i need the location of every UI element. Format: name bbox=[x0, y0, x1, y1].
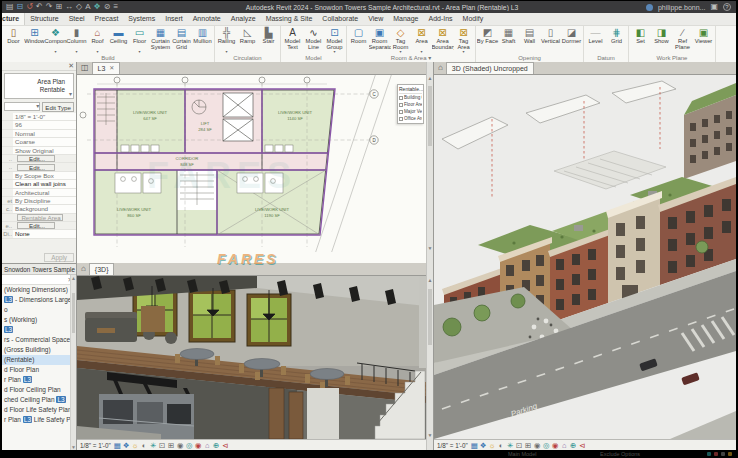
browser-scrollbar[interactable]: ▲ ▼ bbox=[70, 275, 76, 450]
unlocked-3d-view-icon[interactable]: ◉ bbox=[176, 441, 185, 450]
ramp-button[interactable]: ◺ Ramp bbox=[237, 26, 258, 54]
browser-item[interactable]: r Plan L3 Life Safety Plan bbox=[2, 415, 76, 425]
crop-view-icon[interactable]: ⊡ bbox=[158, 441, 167, 450]
cart-icon[interactable]: ▣ bbox=[710, 2, 718, 12]
measure-icon[interactable]: ↔ bbox=[65, 2, 73, 12]
browser-item[interactable]: rs - Commercial Space L3 bbox=[2, 335, 76, 345]
browser-item[interactable]: (Working Dimensions) bbox=[2, 285, 76, 295]
ribbon-tab[interactable]: Modify bbox=[458, 13, 489, 25]
detail-level-icon[interactable]: ▦ bbox=[113, 441, 122, 450]
chevron-down-icon[interactable]: ▾ bbox=[69, 90, 72, 97]
temporary-view-properties-icon[interactable]: ⌂ bbox=[560, 441, 569, 450]
ribbon-tab[interactable]: Architecture bbox=[2, 13, 25, 25]
show-analytical-model-icon[interactable]: ⊕ bbox=[569, 441, 578, 450]
view-icon[interactable]: ◫ bbox=[79, 62, 91, 74]
browser-item[interactable]: (Rentable) bbox=[2, 355, 76, 365]
user-name[interactable]: philippe.bonn... bbox=[658, 4, 705, 11]
model-line-button[interactable]: ∿ Model Line bbox=[303, 26, 324, 54]
type-selector[interactable]: Area Plan Rentable ▾ bbox=[4, 73, 74, 99]
reveal-hidden-elements-icon[interactable]: ◉ bbox=[551, 441, 560, 450]
ribbon-tab[interactable]: Massing & Site bbox=[261, 13, 318, 25]
model-text-button[interactable]: A Model Text bbox=[282, 26, 303, 54]
model-group-button[interactable]: ⊡ Model Group ▾ bbox=[324, 26, 345, 54]
by-face-button[interactable]: ◩ By Face bbox=[477, 26, 498, 54]
property-row[interactable]: Normal bbox=[2, 130, 76, 138]
property-row[interactable]: 1/8" = 1'-0" bbox=[2, 113, 76, 121]
plan-scrollbar[interactable]: ▲ ▼ bbox=[426, 62, 434, 263]
property-row[interactable]: Clean all wall joins bbox=[2, 180, 76, 188]
property-row[interactable]: Coarse bbox=[2, 138, 76, 146]
tag-icon[interactable]: ◇ bbox=[76, 2, 82, 12]
close-icon[interactable]: ✕ bbox=[109, 63, 114, 74]
property-row[interactable]: Rentable Area bbox=[2, 214, 76, 222]
property-row[interactable]: 96 bbox=[2, 121, 76, 129]
exterior-3d-canvas[interactable]: Parking bbox=[434, 75, 736, 439]
redo-icon[interactable]: ↷ bbox=[46, 2, 53, 12]
undo-icon[interactable]: ↶ bbox=[36, 2, 43, 12]
shaft-button[interactable]: ▦ Shaft bbox=[498, 26, 519, 54]
ribbon-tab[interactable]: Manage bbox=[388, 13, 423, 25]
column-button[interactable]: ▮ Column ▾ bbox=[66, 26, 87, 54]
apply-button[interactable]: Apply bbox=[44, 253, 74, 262]
area-legend[interactable]: Rentable... Building Co... Floor Are... bbox=[397, 84, 424, 124]
filter-icon[interactable] bbox=[728, 452, 732, 456]
railing-button[interactable]: ╬ Railing ▾ bbox=[216, 26, 237, 54]
show-crop-region-icon[interactable]: ⊞ bbox=[167, 441, 176, 450]
property-row[interactable]: By Scope Box bbox=[2, 172, 76, 180]
curtain-grid-button[interactable]: ▤ Curtain Grid bbox=[171, 26, 192, 54]
ribbon-tab[interactable]: Precast bbox=[90, 13, 124, 25]
browser-item[interactable]: s (Working) bbox=[2, 315, 76, 325]
temporary-view-properties-icon[interactable]: ⌂ bbox=[203, 441, 212, 450]
crop-view-icon[interactable]: ⊡ bbox=[515, 441, 524, 450]
component-button[interactable]: ❖ Component ▾ bbox=[45, 26, 66, 54]
ribbon-tab[interactable]: Insert bbox=[160, 13, 188, 25]
tab-3d[interactable]: {3D} bbox=[89, 263, 115, 275]
tab-3d-shaded-uncropped[interactable]: 3D (Shaded) Uncropped bbox=[446, 62, 534, 74]
default-3d-view-icon[interactable]: ❖ bbox=[94, 2, 101, 12]
roof-button[interactable]: ⌂ Roof ▾ bbox=[87, 26, 108, 54]
unlocked-3d-view-icon[interactable]: ◉ bbox=[533, 441, 542, 450]
show-crop-region-icon[interactable]: ⊞ bbox=[524, 441, 533, 450]
visual-style-icon[interactable]: ❖ bbox=[122, 441, 131, 450]
reveal-constraints-icon[interactable]: ⊲ bbox=[221, 441, 230, 450]
browser-item[interactable]: L3 - Dimensions Large Scale bbox=[2, 295, 76, 305]
floor-button[interactable]: ▭ Floor ▾ bbox=[129, 26, 150, 54]
ribbon-tab[interactable]: Add-Ins bbox=[423, 13, 457, 25]
browser-item[interactable]: (Gross Building) bbox=[2, 345, 76, 355]
rendering-dialog-icon[interactable]: ✳ bbox=[506, 441, 515, 450]
curtain-system-button[interactable]: ▦ Curtain System bbox=[150, 26, 171, 54]
user-avatar-icon[interactable] bbox=[646, 4, 653, 11]
sun-path-icon[interactable]: ☼ bbox=[131, 441, 140, 450]
property-row[interactable]: Di.. None bbox=[2, 230, 76, 238]
property-row[interactable]: .. Edit... bbox=[2, 155, 76, 163]
view-scale[interactable]: 1/8" = 1'-0" bbox=[437, 442, 468, 449]
browser-item[interactable]: d Floor Life Safety Plan bbox=[2, 405, 76, 415]
visual-style-icon[interactable]: ❖ bbox=[479, 441, 488, 450]
wall-opening-button[interactable]: ▤ Wall bbox=[519, 26, 540, 54]
tag-area-button[interactable]: ⊠ Tag Area ▾ bbox=[453, 26, 474, 54]
print-icon[interactable]: ⊞ bbox=[55, 2, 62, 12]
open-icon[interactable]: ▤ bbox=[6, 2, 14, 12]
grid-button[interactable]: ⋕ Grid bbox=[606, 26, 627, 54]
floor-plan-canvas[interactable]: FARES bbox=[77, 75, 426, 252]
properties-filter-combo[interactable] bbox=[4, 102, 40, 111]
tab-l3[interactable]: L3 ✕ bbox=[92, 62, 121, 74]
design-options-status[interactable]: Exclude Options bbox=[600, 450, 640, 458]
shadows-icon[interactable]: ◐ bbox=[497, 441, 506, 450]
tag-room-button[interactable]: ◇ Tag Room ▾ bbox=[390, 26, 411, 54]
ribbon-tab[interactable]: Structure bbox=[25, 13, 63, 25]
ribbon-tab[interactable]: Systems bbox=[123, 13, 160, 25]
ribbon-tab[interactable]: View bbox=[363, 13, 388, 25]
level-button[interactable]: ― Level bbox=[585, 26, 606, 54]
shadows-icon[interactable]: ◐ bbox=[140, 441, 149, 450]
window-button[interactable]: ⊞ Window bbox=[24, 26, 45, 54]
set-work-plane-button[interactable]: ◧ Set bbox=[630, 26, 651, 54]
temporary-hide-isolate-icon[interactable]: ◎ bbox=[185, 441, 194, 450]
room-button[interactable]: ▢ Room bbox=[348, 26, 369, 54]
stair-button[interactable]: ▙ Stair bbox=[258, 26, 279, 54]
sync-icon[interactable]: ↺ bbox=[26, 2, 33, 12]
dormer-button[interactable]: ◪ Dormer bbox=[561, 26, 582, 54]
browser-item[interactable]: d Floor Plan bbox=[2, 365, 76, 375]
door-button[interactable]: ▯ Door bbox=[3, 26, 24, 54]
browser-item[interactable]: o bbox=[2, 305, 76, 315]
